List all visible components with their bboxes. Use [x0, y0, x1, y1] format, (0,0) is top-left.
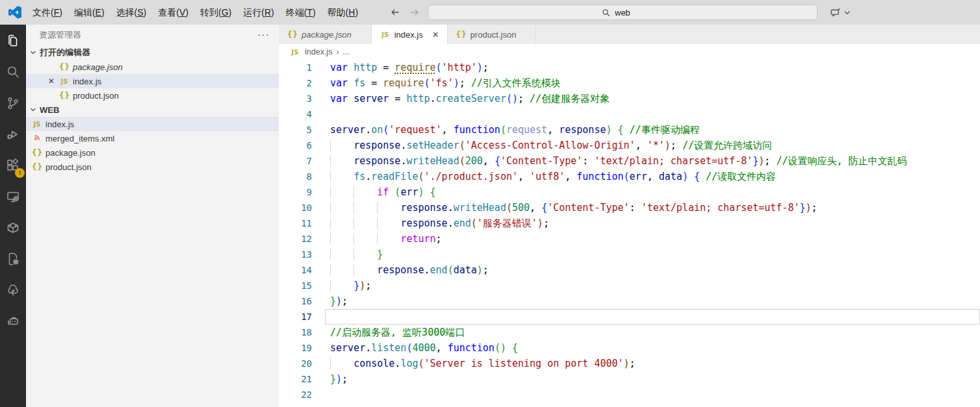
copilot-menu[interactable] — [829, 0, 851, 25]
code-line-content[interactable]: var fs = require('fs'); //引入文件系统模块 — [325, 75, 980, 91]
chevron-down-icon — [844, 9, 851, 16]
activity-bar: ! — [0, 25, 26, 407]
token: function — [454, 124, 500, 136]
menubar: 文件(F)编辑(E)选择(S)查看(V)转到(G)运行(R)终端(T)帮助(H) — [27, 0, 364, 25]
tab-index.js[interactable]: JSindex.js✕ — [372, 25, 448, 44]
list-item[interactable]: merged_items.xml — [26, 131, 279, 145]
remote-explorer-icon[interactable] — [0, 181, 26, 212]
list-item[interactable]: {}product.json — [26, 88, 279, 103]
menu-item-5[interactable]: 运行(R) — [237, 0, 279, 25]
token: http — [406, 93, 430, 105]
code-line-content[interactable]: response.writeHead(200, {'Content-Type':… — [325, 153, 980, 169]
token: ; — [342, 373, 348, 385]
close-icon[interactable]: ✕ — [432, 30, 439, 40]
explorer-icon[interactable] — [0, 25, 26, 56]
code-line-content[interactable] — [325, 309, 980, 325]
file-label: product.json — [73, 91, 119, 101]
line-number: 5 — [279, 122, 312, 138]
list-item[interactable]: JSindex.js — [26, 117, 279, 131]
token: ( — [424, 77, 430, 89]
project-tree-icon[interactable] — [0, 275, 26, 306]
menu-item-1[interactable]: 编辑(E) — [68, 0, 110, 25]
token: function — [576, 171, 623, 182]
code-line-content[interactable]: }); — [325, 278, 980, 293]
back-arrow-icon[interactable] — [388, 5, 402, 19]
extensions-icon[interactable]: ! — [0, 150, 26, 181]
breadcrumb-file[interactable]: index.js — [305, 47, 332, 56]
token: 'text/plain; charset=utf-8' — [641, 202, 800, 214]
forward-arrow-icon[interactable] — [407, 5, 422, 19]
code-line-content[interactable]: response.setHeader('Access-Control-Allow… — [325, 138, 980, 153]
token: { — [430, 186, 436, 198]
code-line-content[interactable]: fs.readFile('./product.json', 'utf8', fu… — [325, 169, 980, 184]
ai-assistant-icon[interactable] — [0, 306, 26, 337]
file-settings-icon[interactable] — [0, 243, 26, 275]
token: data — [454, 264, 477, 276]
code-line-content[interactable]: if (err) { — [325, 184, 980, 200]
section-header-0[interactable]: 打开的编辑器 — [26, 45, 279, 60]
token: //启动服务器, 监听3000端口 — [330, 327, 465, 338]
token — [330, 233, 400, 245]
list-item[interactable]: {}product.json — [26, 160, 279, 174]
code-line-content[interactable]: server.listen(4000, function() { — [325, 340, 980, 356]
code-line-content[interactable] — [325, 106, 980, 122]
line-number: 13 — [279, 247, 312, 262]
token: 'Content-Type' — [547, 202, 629, 214]
menu-item-2[interactable]: 选择(S) — [110, 0, 153, 25]
token: { — [495, 155, 500, 167]
code-line-content[interactable]: //启动服务器, 监听3000端口 — [325, 325, 980, 340]
menu-item-4[interactable]: 转到(G) — [194, 0, 237, 25]
list-item[interactable]: ✕JSindex.js — [26, 74, 279, 88]
code-line-content[interactable]: }); — [325, 293, 980, 309]
section-header-1[interactable]: WEB — [26, 103, 279, 117]
source-control-icon[interactable] — [0, 88, 26, 119]
command-center-search[interactable] — [428, 5, 818, 20]
list-item[interactable]: {}package.json — [26, 60, 279, 74]
chevron-down-icon — [28, 106, 38, 114]
token: //创建服务器对象 — [530, 93, 610, 105]
code-line-content[interactable]: server.on('request', function(request, r… — [325, 122, 980, 138]
code-line-content[interactable]: var http = require('http'); — [325, 60, 980, 75]
code-line-content[interactable]: } — [325, 247, 980, 262]
token: ( — [500, 124, 506, 136]
code-line-content[interactable]: console.log('Server is listening on port… — [325, 356, 980, 371]
tab-package.json[interactable]: {}package.json — [279, 25, 372, 44]
token: = — [389, 93, 406, 105]
code-line-content[interactable]: response.writeHead(500, {'Content-Type':… — [325, 200, 980, 216]
token: . — [365, 342, 371, 354]
code-editor[interactable]: 1var http = require('http');2var fs = re… — [279, 60, 980, 407]
more-actions-icon[interactable]: ··· — [257, 29, 270, 41]
search-icon[interactable] — [0, 56, 26, 88]
breadcrumb-more[interactable]: ... — [343, 47, 350, 56]
token: 'utf8' — [530, 171, 565, 182]
token: log — [400, 358, 418, 369]
run-debug-icon[interactable] — [0, 119, 26, 150]
token: = — [365, 77, 383, 89]
token: readFile — [371, 171, 418, 182]
line-number: 14 — [279, 262, 312, 278]
token: writeHead — [454, 202, 506, 214]
code-line-content[interactable]: }); — [325, 371, 980, 387]
line-number: 22 — [279, 387, 312, 402]
token: } — [330, 295, 336, 307]
menu-item-0[interactable]: 文件(F) — [27, 0, 68, 25]
search-input[interactable] — [613, 7, 643, 18]
file-label: index.js — [73, 77, 101, 86]
token: ; — [483, 62, 489, 73]
token: ; — [518, 93, 530, 105]
code-line-content[interactable]: response.end(data); — [325, 262, 980, 278]
close-icon[interactable]: ✕ — [26, 77, 58, 86]
code-line-content[interactable] — [325, 387, 980, 402]
code-line-content[interactable]: return; — [325, 231, 980, 247]
list-item[interactable]: {}package.json — [26, 145, 279, 160]
menu-item-7[interactable]: 帮助(H) — [322, 0, 364, 25]
menu-item-6[interactable]: 终端(T) — [280, 0, 322, 25]
menu-item-3[interactable]: 查看(V) — [152, 0, 194, 25]
code-line-content[interactable]: var server = http.createServer(); //创建服务… — [325, 91, 980, 106]
token: ) — [359, 280, 365, 291]
docker-icon[interactable] — [0, 212, 26, 243]
code-line-content[interactable]: response.end('服务器错误'); — [325, 216, 980, 231]
token: , — [565, 171, 576, 182]
token: ; — [365, 280, 371, 291]
tab-product.json[interactable]: {}product.json — [448, 25, 537, 44]
